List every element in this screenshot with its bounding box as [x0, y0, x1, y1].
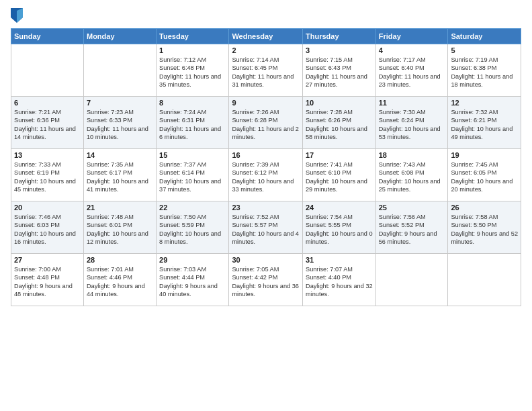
day-number: 16	[232, 151, 300, 159]
day-info: Sunrise: 7:23 AMSunset: 6:33 PMDaylight:…	[87, 108, 153, 142]
day-number: 2	[232, 46, 300, 54]
calendar-cell	[375, 254, 448, 306]
header	[11, 8, 521, 23]
calendar-cell: 6Sunrise: 7:21 AMSunset: 6:36 PMDaylight…	[11, 97, 84, 149]
day-info: Sunrise: 7:58 AMSunset: 5:50 PMDaylight:…	[451, 213, 518, 246]
calendar-header-tuesday: Tuesday	[157, 29, 229, 44]
day-number: 22	[159, 203, 226, 212]
day-number: 21	[87, 203, 153, 212]
calendar-week-row: 6Sunrise: 7:21 AMSunset: 6:36 PMDaylight…	[11, 97, 521, 149]
calendar-cell: 3Sunrise: 7:15 AMSunset: 6:43 PMDaylight…	[303, 44, 376, 97]
day-info: Sunrise: 7:46 AMSunset: 6:03 PMDaylight:…	[14, 213, 81, 246]
day-info: Sunrise: 7:00 AMSunset: 4:48 PMDaylight:…	[14, 265, 81, 299]
day-info: Sunrise: 7:35 AMSunset: 6:17 PMDaylight:…	[87, 161, 153, 194]
calendar-cell: 27Sunrise: 7:00 AMSunset: 4:48 PMDayligh…	[11, 254, 84, 306]
day-info: Sunrise: 7:54 AMSunset: 5:55 PMDaylight:…	[306, 213, 373, 246]
day-number: 28	[87, 256, 153, 264]
calendar-week-row: 13Sunrise: 7:33 AMSunset: 6:19 PMDayligh…	[11, 149, 521, 201]
calendar-cell: 29Sunrise: 7:03 AMSunset: 4:44 PMDayligh…	[157, 254, 229, 306]
day-info: Sunrise: 7:30 AMSunset: 6:24 PMDaylight:…	[379, 108, 445, 142]
day-info: Sunrise: 7:32 AMSunset: 6:21 PMDaylight:…	[451, 108, 518, 142]
calendar-cell: 31Sunrise: 7:07 AMSunset: 4:40 PMDayligh…	[303, 254, 376, 306]
day-number: 26	[451, 203, 518, 212]
day-info: Sunrise: 7:26 AMSunset: 6:28 PMDaylight:…	[232, 108, 300, 142]
day-info: Sunrise: 7:56 AMSunset: 5:52 PMDaylight:…	[379, 213, 445, 246]
day-info: Sunrise: 7:15 AMSunset: 6:43 PMDaylight:…	[306, 56, 373, 89]
calendar-cell: 16Sunrise: 7:39 AMSunset: 6:12 PMDayligh…	[229, 149, 303, 201]
day-info: Sunrise: 7:05 AMSunset: 4:42 PMDaylight:…	[232, 265, 300, 299]
day-info: Sunrise: 7:43 AMSunset: 6:08 PMDaylight:…	[379, 161, 445, 194]
day-number: 7	[87, 99, 153, 107]
day-info: Sunrise: 7:39 AMSunset: 6:12 PMDaylight:…	[232, 161, 300, 194]
page: SundayMondayTuesdayWednesdayThursdayFrid…	[0, 0, 532, 411]
calendar-cell: 8Sunrise: 7:24 AMSunset: 6:31 PMDaylight…	[157, 97, 229, 149]
calendar-header-wednesday: Wednesday	[229, 29, 303, 44]
day-number: 15	[159, 151, 226, 159]
day-info: Sunrise: 7:28 AMSunset: 6:26 PMDaylight:…	[306, 108, 373, 142]
day-number: 20	[14, 203, 81, 212]
day-number: 29	[159, 256, 226, 264]
day-number: 19	[451, 151, 518, 159]
day-number: 24	[306, 203, 373, 212]
calendar-header-row: SundayMondayTuesdayWednesdayThursdayFrid…	[11, 29, 521, 44]
day-info: Sunrise: 7:12 AMSunset: 6:48 PMDaylight:…	[159, 56, 226, 89]
calendar-cell: 14Sunrise: 7:35 AMSunset: 6:17 PMDayligh…	[83, 149, 156, 201]
calendar-week-row: 1Sunrise: 7:12 AMSunset: 6:48 PMDaylight…	[11, 44, 521, 97]
day-number: 17	[306, 151, 373, 159]
day-number: 4	[379, 46, 445, 54]
day-info: Sunrise: 7:37 AMSunset: 6:14 PMDaylight:…	[159, 161, 226, 194]
calendar-header-monday: Monday	[83, 29, 156, 44]
calendar-cell: 7Sunrise: 7:23 AMSunset: 6:33 PMDaylight…	[83, 97, 156, 149]
day-number: 31	[306, 256, 373, 264]
day-info: Sunrise: 7:50 AMSunset: 5:59 PMDaylight:…	[159, 213, 226, 246]
day-info: Sunrise: 7:19 AMSunset: 6:38 PMDaylight:…	[451, 56, 518, 89]
calendar-cell: 4Sunrise: 7:17 AMSunset: 6:40 PMDaylight…	[375, 44, 448, 97]
day-number: 12	[451, 99, 518, 107]
day-info: Sunrise: 7:17 AMSunset: 6:40 PMDaylight:…	[379, 56, 445, 89]
calendar-cell: 10Sunrise: 7:28 AMSunset: 6:26 PMDayligh…	[303, 97, 376, 149]
logo	[11, 8, 24, 23]
calendar-cell	[11, 44, 84, 97]
day-number: 18	[379, 151, 445, 159]
day-number: 6	[14, 99, 81, 107]
calendar-cell: 28Sunrise: 7:01 AMSunset: 4:46 PMDayligh…	[83, 254, 156, 306]
calendar-cell	[448, 254, 521, 306]
calendar-cell: 24Sunrise: 7:54 AMSunset: 5:55 PMDayligh…	[303, 201, 376, 254]
calendar-cell: 12Sunrise: 7:32 AMSunset: 6:21 PMDayligh…	[448, 97, 521, 149]
day-number: 11	[379, 99, 445, 107]
calendar-header-saturday: Saturday	[448, 29, 521, 44]
day-number: 30	[232, 256, 300, 264]
day-number: 5	[451, 46, 518, 54]
calendar-cell: 30Sunrise: 7:05 AMSunset: 4:42 PMDayligh…	[229, 254, 303, 306]
day-number: 10	[306, 99, 373, 107]
calendar-cell	[83, 44, 156, 97]
day-number: 27	[14, 256, 81, 264]
calendar-cell: 22Sunrise: 7:50 AMSunset: 5:59 PMDayligh…	[157, 201, 229, 254]
calendar-header-friday: Friday	[375, 29, 448, 44]
day-info: Sunrise: 7:14 AMSunset: 6:45 PMDaylight:…	[232, 56, 300, 89]
day-info: Sunrise: 7:48 AMSunset: 6:01 PMDaylight:…	[87, 213, 153, 246]
day-info: Sunrise: 7:01 AMSunset: 4:46 PMDaylight:…	[87, 265, 153, 299]
day-info: Sunrise: 7:45 AMSunset: 6:05 PMDaylight:…	[451, 161, 518, 194]
calendar-cell: 2Sunrise: 7:14 AMSunset: 6:45 PMDaylight…	[229, 44, 303, 97]
day-info: Sunrise: 7:07 AMSunset: 4:40 PMDaylight:…	[306, 265, 373, 299]
calendar-cell: 20Sunrise: 7:46 AMSunset: 6:03 PMDayligh…	[11, 201, 84, 254]
calendar-week-row: 27Sunrise: 7:00 AMSunset: 4:48 PMDayligh…	[11, 254, 521, 306]
calendar-cell: 15Sunrise: 7:37 AMSunset: 6:14 PMDayligh…	[157, 149, 229, 201]
calendar-cell: 26Sunrise: 7:58 AMSunset: 5:50 PMDayligh…	[448, 201, 521, 254]
calendar-cell: 18Sunrise: 7:43 AMSunset: 6:08 PMDayligh…	[375, 149, 448, 201]
day-info: Sunrise: 7:03 AMSunset: 4:44 PMDaylight:…	[159, 265, 226, 299]
day-number: 25	[379, 203, 445, 212]
day-number: 23	[232, 203, 300, 212]
day-info: Sunrise: 7:24 AMSunset: 6:31 PMDaylight:…	[159, 108, 226, 142]
calendar-week-row: 20Sunrise: 7:46 AMSunset: 6:03 PMDayligh…	[11, 201, 521, 254]
calendar-cell: 13Sunrise: 7:33 AMSunset: 6:19 PMDayligh…	[11, 149, 84, 201]
calendar-cell: 21Sunrise: 7:48 AMSunset: 6:01 PMDayligh…	[83, 201, 156, 254]
calendar-cell: 1Sunrise: 7:12 AMSunset: 6:48 PMDaylight…	[157, 44, 229, 97]
calendar-cell: 11Sunrise: 7:30 AMSunset: 6:24 PMDayligh…	[375, 97, 448, 149]
day-info: Sunrise: 7:52 AMSunset: 5:57 PMDaylight:…	[232, 213, 300, 246]
logo-icon	[11, 8, 23, 23]
day-info: Sunrise: 7:33 AMSunset: 6:19 PMDaylight:…	[14, 161, 81, 194]
calendar-cell: 5Sunrise: 7:19 AMSunset: 6:38 PMDaylight…	[448, 44, 521, 97]
day-info: Sunrise: 7:21 AMSunset: 6:36 PMDaylight:…	[14, 108, 81, 142]
